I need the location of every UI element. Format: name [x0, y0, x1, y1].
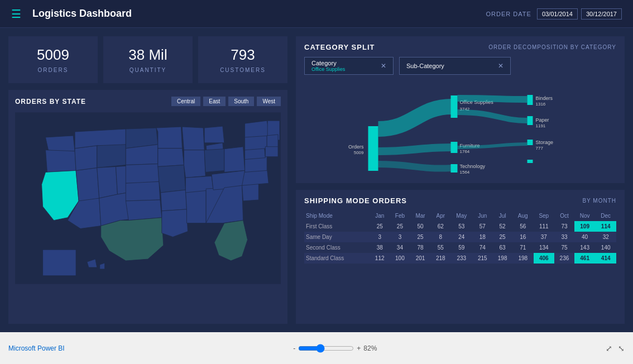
value-cell: 78: [410, 242, 431, 253]
col-aug: Aug: [512, 210, 534, 221]
ship-mode-cell: Standard Class: [304, 253, 370, 264]
shipping-mode-card: SHIPPING MODE ORDERS BY MONTH Ship Mode …: [296, 190, 625, 324]
page-title: Logistics Dashboard: [32, 8, 486, 20]
col-jan: Jan: [370, 210, 390, 221]
svg-marker-22: [162, 209, 188, 237]
top-bar: ☰ Logistics Dashboard ORDER DATE 03/01/2…: [0, 0, 633, 28]
svg-text:Orders: Orders: [348, 144, 364, 150]
svg-marker-21: [161, 190, 187, 211]
filter-row: Category Office Supplies ✕ Sub-Category …: [304, 57, 616, 75]
right-panel: CATEGORY SPLIT ORDER DECOMPOSITION BY CA…: [296, 36, 625, 324]
value-cell: 75: [554, 242, 574, 253]
value-cell: 100: [390, 253, 410, 264]
zoom-control: - + 82%: [293, 344, 377, 353]
value-cell: 57: [472, 221, 492, 232]
shipping-header: SHIPPING MODE ORDERS BY MONTH: [304, 197, 616, 205]
decomposition-label: ORDER DECOMPOSITION BY CATEGORY: [488, 44, 616, 50]
kpi-row: 5009 ORDERS 38 Mil QUANTITY 793 CUSTOMER…: [8, 36, 287, 83]
svg-marker-4: [76, 167, 99, 203]
svg-marker-15: [126, 181, 160, 201]
value-cell: 461: [574, 253, 596, 264]
zoom-minus[interactable]: -: [293, 344, 295, 352]
order-date-label: ORDER DATE: [486, 11, 531, 17]
by-month-label: BY MONTH: [582, 198, 616, 204]
date-end[interactable]: 30/12/2017: [581, 8, 622, 20]
value-cell: 109: [574, 221, 596, 232]
svg-text:Storage: Storage: [536, 140, 554, 145]
date-start[interactable]: 03/01/2014: [537, 8, 578, 20]
value-cell: 73: [554, 221, 574, 232]
kpi-customers: 793 CUSTOMERS: [198, 36, 287, 83]
svg-text:Binders: Binders: [536, 95, 553, 101]
category-filter-chip[interactable]: Category Office Supplies ✕: [304, 57, 394, 75]
us-map-svg: [15, 112, 281, 285]
us-map: [15, 112, 281, 285]
svg-marker-20: [158, 165, 186, 193]
subcategory-filter-chip[interactable]: Sub-Category ✕: [399, 57, 511, 75]
zoom-value: 82%: [363, 344, 377, 352]
col-ship-mode: Ship Mode: [304, 210, 370, 221]
value-cell: 8: [430, 232, 450, 242]
date-range: 03/01/2014 30/12/2017: [537, 8, 622, 20]
map-card: ORDERS BY STATE Central East South West: [8, 90, 287, 324]
kpi-orders-value: 5009: [37, 46, 69, 64]
kpi-quantity-label: QUANTITY: [130, 67, 167, 73]
value-cell: 33: [554, 232, 574, 242]
value-cell: 111: [534, 221, 555, 232]
svg-marker-31: [224, 147, 245, 173]
value-cell: 25: [410, 232, 431, 242]
region-east[interactable]: East: [203, 97, 226, 106]
svg-marker-24: [182, 127, 204, 150]
svg-marker-14: [126, 164, 159, 184]
svg-marker-30: [204, 149, 224, 173]
svg-text:Paper: Paper: [536, 117, 549, 123]
table-header-row: Ship Mode Jan Feb Mar Apr May Jun Jul Au…: [304, 210, 616, 221]
svg-rect-53: [451, 142, 458, 153]
value-cell: 38: [370, 242, 390, 253]
svg-text:Technology: Technology: [460, 164, 486, 169]
value-cell: 112: [370, 253, 390, 264]
shipping-table: Ship Mode Jan Feb Mar Apr May Jun Jul Au…: [304, 210, 616, 264]
powerbi-link[interactable]: Microsoft Power BI: [8, 344, 65, 352]
chip-category-close[interactable]: ✕: [381, 62, 386, 70]
sankey-diagram: Orders 5009 Office Supplies 3742: [304, 82, 616, 176]
kpi-quantity-value: 38 Mil: [128, 46, 167, 64]
region-south[interactable]: South: [228, 97, 254, 106]
region-west[interactable]: West: [257, 97, 281, 106]
svg-marker-2: [46, 150, 76, 173]
region-central[interactable]: Central: [171, 97, 200, 106]
value-cell: 52: [492, 221, 512, 232]
value-cell: 201: [410, 253, 431, 264]
chip-subcategory-close[interactable]: ✕: [498, 62, 503, 70]
value-cell: 140: [595, 242, 616, 253]
svg-text:1191: 1191: [536, 123, 546, 128]
expand-icon[interactable]: ⤡: [618, 344, 625, 353]
value-cell: 406: [534, 253, 555, 264]
value-cell: 414: [595, 253, 616, 264]
svg-marker-28: [204, 126, 224, 143]
col-dec: Dec: [595, 210, 616, 221]
zoom-plus[interactable]: +: [357, 344, 361, 352]
value-cell: 55: [430, 242, 450, 253]
value-cell: 56: [512, 221, 534, 232]
category-header: CATEGORY SPLIT ORDER DECOMPOSITION BY CA…: [304, 43, 616, 51]
value-cell: 114: [595, 221, 616, 232]
map-title: ORDERS BY STATE: [15, 98, 86, 106]
svg-marker-7: [97, 145, 126, 168]
menu-icon[interactable]: ☰: [11, 7, 21, 21]
svg-rect-62: [528, 116, 533, 125]
svg-marker-16: [126, 200, 161, 221]
ship-mode-cell: Same Day: [304, 232, 370, 242]
value-cell: 74: [472, 242, 492, 253]
share-icon[interactable]: ⤢: [606, 344, 612, 353]
value-cell: 3: [390, 232, 410, 242]
col-feb: Feb: [390, 210, 410, 221]
kpi-customers-label: CUSTOMERS: [220, 67, 266, 73]
svg-rect-47: [368, 126, 378, 171]
svg-text:1316: 1316: [536, 102, 546, 107]
kpi-orders-label: ORDERS: [38, 67, 69, 73]
svg-marker-25: [184, 150, 205, 178]
value-cell: 62: [430, 221, 450, 232]
zoom-slider[interactable]: [298, 344, 354, 353]
svg-marker-43: [267, 135, 278, 147]
